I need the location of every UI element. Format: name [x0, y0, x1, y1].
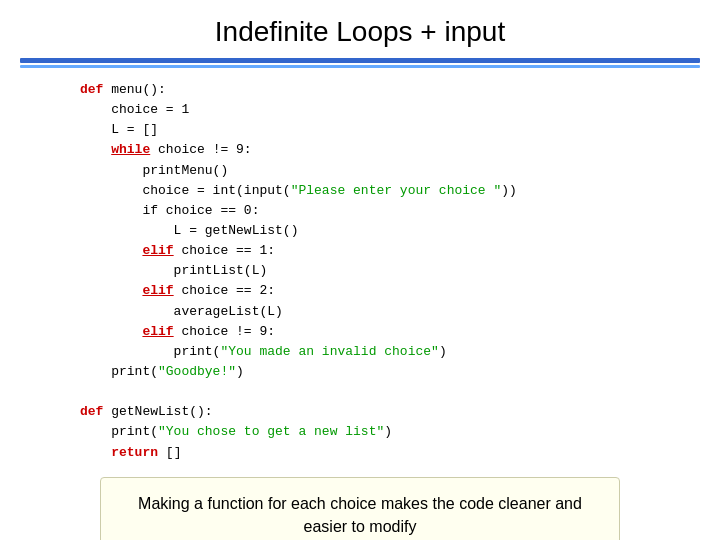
page-title: Indefinite Loops + input: [215, 16, 505, 48]
page-container: Indefinite Loops + input def menu(): cho…: [0, 0, 720, 540]
accent-bar: [20, 58, 700, 68]
code-block: def menu(): choice = 1 L = [] while choi…: [20, 80, 700, 469]
note-text: Making a function for each choice makes …: [121, 492, 599, 538]
accent-bar-bottom: [20, 65, 700, 68]
content-area: def menu(): choice = 1 L = [] while choi…: [20, 80, 700, 540]
note-box: Making a function for each choice makes …: [100, 477, 620, 540]
accent-bar-top: [20, 58, 700, 63]
